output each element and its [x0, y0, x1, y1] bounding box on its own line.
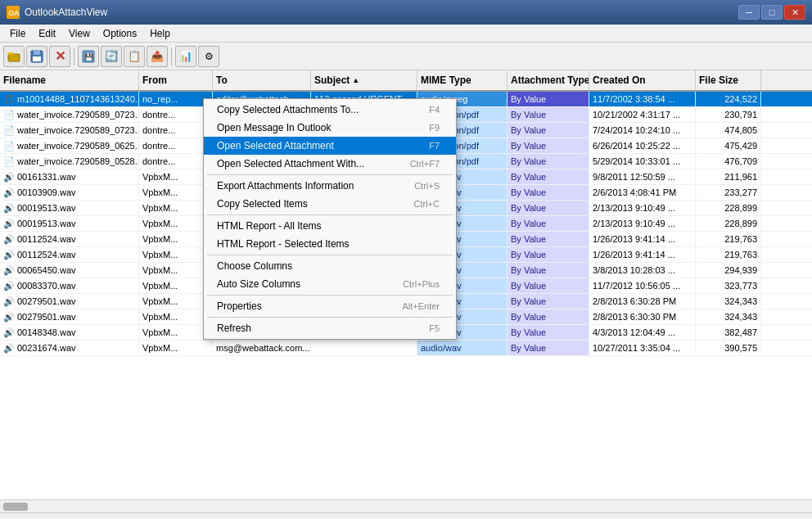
context-menu-item-1[interactable]: Open Message In Outlook F9: [204, 119, 456, 137]
table-row[interactable]: 🔊 00231674.wav VpbxM... msg@webattack.co…: [0, 341, 812, 356]
toolbar-props-button[interactable]: ⚙: [198, 46, 219, 67]
context-menu-item-3[interactable]: Open Selected Attachment With... Ctrl+F7: [204, 155, 456, 173]
file-icon: 🔊: [3, 281, 15, 291]
cell-filename: 🔊 00231674.wav: [0, 341, 139, 355]
context-menu-separator: [207, 255, 453, 255]
close-button[interactable]: ✕: [784, 5, 805, 20]
context-menu-item-9[interactable]: Auto Size Columns Ctrl+Plus: [204, 275, 456, 293]
toolbar: ✕ 💾 🔄 📋 📤 📊 ⚙: [0, 43, 812, 70]
cell-created: 7/24/2014 10:24:10 ...: [589, 123, 696, 138]
cell-from: VpbxM...: [139, 341, 213, 355]
col-header-size[interactable]: File Size: [696, 70, 761, 90]
cell-size: 219,763: [696, 232, 761, 246]
toolbar-refresh-button[interactable]: 🔄: [101, 46, 122, 67]
cell-created: 9/8/2011 12:50:59 ...: [589, 169, 696, 184]
ctx-item-label: Choose Columns: [217, 260, 292, 272]
hscroll-thumb[interactable]: [3, 503, 28, 511]
cell-created: 10/27/2011 3:35:04 ...: [589, 341, 696, 355]
cell-size: 324,343: [696, 309, 761, 324]
toolbar-open-button[interactable]: [3, 46, 25, 67]
cell-created: 4/3/2013 12:04:49 ...: [589, 325, 696, 340]
context-menu-item-5[interactable]: Copy Selected Items Ctrl+C: [204, 195, 456, 213]
minimize-button[interactable]: ─: [738, 5, 760, 20]
file-icon: 🔊: [3, 234, 15, 245]
cell-created: 2/13/2013 9:10:49 ...: [589, 201, 696, 215]
toolbar-delete-button[interactable]: ✕: [49, 46, 70, 67]
context-menu-item-7[interactable]: HTML Report - Selected Items: [204, 235, 456, 253]
cell-from: dontre...: [139, 138, 213, 153]
menu-file[interactable]: File: [3, 25, 32, 42]
ctx-item-shortcut: F7: [429, 141, 440, 151]
svg-text:OA: OA: [8, 9, 20, 17]
cell-from: VpbxM...: [139, 216, 213, 231]
horizontal-scrollbar[interactable]: [0, 499, 812, 512]
file-icon: 🔊: [3, 203, 15, 214]
col-header-filename[interactable]: Filename: [0, 70, 139, 90]
context-menu-item-10[interactable]: Properties Alt+Enter: [204, 297, 456, 315]
context-menu-item-11[interactable]: Refresh F5: [204, 319, 456, 337]
context-menu-item-2[interactable]: Open Selected Attachment F7: [204, 137, 456, 155]
cell-size: 211,961: [696, 169, 761, 184]
context-menu-separator: [207, 174, 453, 175]
cell-size: 228,899: [696, 201, 761, 215]
context-menu-item-8[interactable]: Choose Columns: [204, 257, 456, 275]
cell-filename: 📄 water_invoice.7290589_0723...: [0, 107, 139, 122]
context-menu-item-6[interactable]: HTML Report - All Items: [204, 217, 456, 235]
file-icon: 📄: [3, 110, 15, 120]
context-menu-item-0[interactable]: Copy Selected Attachments To... F4: [204, 101, 456, 119]
menu-help[interactable]: Help: [143, 25, 177, 42]
cell-from: VpbxM...: [139, 169, 213, 184]
cell-created: 11/7/2002 3:38:54 ...: [589, 92, 696, 106]
cell-filename: 🔊 00083370.wav: [0, 278, 139, 293]
file-icon: 🔊: [3, 250, 15, 260]
cell-filename: 🔊 00065450.wav: [0, 263, 139, 278]
ctx-item-label: HTML Report - Selected Items: [217, 238, 350, 250]
menu-view[interactable]: View: [62, 25, 97, 42]
file-icon: 🔊: [3, 296, 15, 307]
toolbar-export-button[interactable]: 💾: [78, 46, 99, 67]
cell-from: VpbxM...: [139, 294, 213, 309]
col-header-to[interactable]: To: [213, 70, 311, 90]
col-header-created[interactable]: Created On: [589, 70, 696, 90]
cell-attach: By Value: [508, 232, 589, 246]
ctx-item-label: Open Selected Attachment With...: [217, 158, 364, 169]
col-header-subject[interactable]: Subject ▲: [311, 70, 417, 90]
col-header-mime[interactable]: MIME Type: [417, 70, 508, 90]
col-header-from[interactable]: From: [139, 70, 213, 90]
cell-attach: By Value: [508, 201, 589, 215]
cell-attach: By Value: [508, 309, 589, 324]
cell-attach: By Value: [508, 216, 589, 231]
ctx-item-label: Refresh: [217, 323, 251, 334]
col-header-attach[interactable]: Attachment Type: [508, 70, 589, 90]
cell-size: 475,429: [696, 138, 761, 153]
cell-filename: 🔊 00019513.wav: [0, 216, 139, 231]
menubar: File Edit View Options Help: [0, 25, 812, 43]
cell-created: 2/13/2013 9:10:49 ...: [589, 216, 696, 231]
toolbar-report-button[interactable]: 📊: [175, 46, 196, 67]
sort-arrow-icon: ▲: [352, 76, 359, 84]
cell-created: 2/8/2013 6:30:30 PM: [589, 309, 696, 324]
ctx-item-label: Properties: [217, 300, 262, 312]
toolbar-separator-1: [74, 47, 74, 65]
svg-rect-3: [8, 52, 13, 55]
toolbar-separator-2: [171, 47, 172, 65]
menu-options[interactable]: Options: [97, 25, 143, 42]
cell-size: 390,575: [696, 341, 761, 355]
maximize-button[interactable]: □: [761, 5, 783, 20]
cell-created: 1/26/2013 9:41:14 ...: [589, 232, 696, 246]
table-header: Filename From To Subject ▲ MIME Type Att…: [0, 70, 812, 92]
cell-size: 224,522: [696, 92, 761, 106]
toolbar-export2-button[interactable]: 📤: [147, 46, 168, 67]
cell-created: 3/8/2013 10:28:03 ...: [589, 263, 696, 278]
ctx-item-shortcut: F9: [429, 123, 440, 133]
cell-filename: 🔊 00279501.wav: [0, 309, 139, 324]
menu-edit[interactable]: Edit: [32, 25, 62, 42]
ctx-item-shortcut: Ctrl+C: [414, 199, 440, 209]
context-menu-item-4[interactable]: Export Attachments Information Ctrl+S: [204, 177, 456, 195]
file-icon: 📄: [3, 141, 15, 151]
toolbar-copy-button[interactable]: 📋: [124, 46, 145, 67]
file-icon: 📄: [3, 156, 15, 167]
cell-created: 1/26/2013 9:41:14 ...: [589, 247, 696, 262]
file-icon: 🔊: [3, 327, 15, 338]
toolbar-save-button[interactable]: [26, 46, 47, 67]
